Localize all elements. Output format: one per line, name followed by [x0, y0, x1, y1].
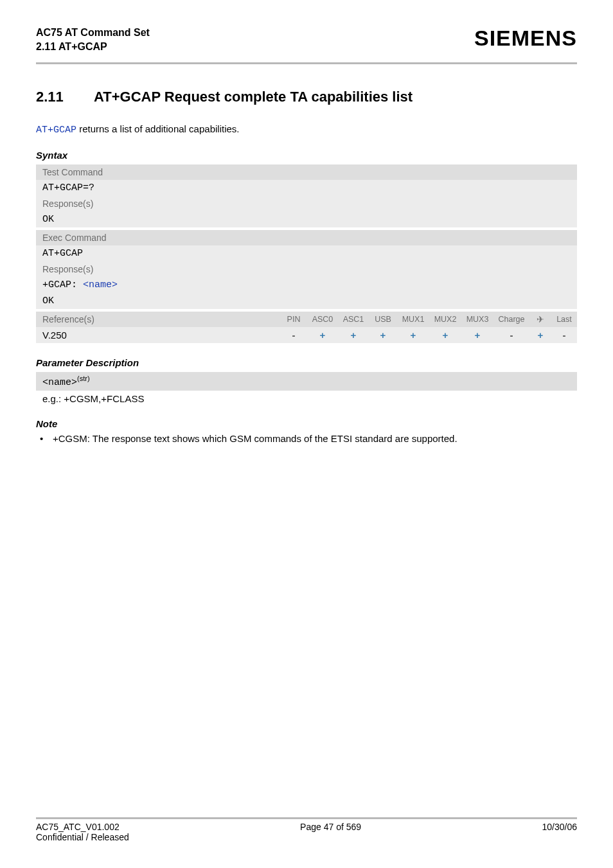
col-usb: USB	[369, 312, 397, 326]
exec-response-prefix: +GCAP:	[42, 279, 83, 290]
reference-value-row: V.250 - + + + + + + - + -	[36, 327, 577, 343]
val-last: -	[551, 327, 577, 343]
note-list: • +CGSM: The response text shows which G…	[36, 433, 577, 444]
val-mux1: +	[397, 327, 429, 343]
footer-left2: Confidential / Released	[36, 832, 129, 842]
header-divider	[36, 62, 577, 64]
val-mux3: +	[461, 327, 493, 343]
param-name: <name>	[42, 377, 77, 388]
exec-response-ok: OK	[36, 293, 577, 309]
exec-command-label: Exec Command	[36, 230, 577, 245]
syntax-heading: Syntax	[36, 150, 577, 161]
footer-divider	[36, 817, 577, 819]
note-text: +CGSM: The response text shows which GSM…	[53, 433, 458, 444]
val-usb: +	[369, 327, 397, 343]
exec-response-label: Response(s)	[36, 261, 577, 277]
note-item: • +CGSM: The response text shows which G…	[40, 433, 577, 444]
intro-text: returns a list of additional capabilitie…	[76, 123, 239, 134]
section-title: AT+GCAP Request complete TA capabilities…	[94, 89, 413, 105]
syntax-block: Test Command AT+GCAP=? Response(s) OK Ex…	[36, 164, 577, 343]
val-asc0: +	[307, 327, 338, 343]
col-mux3: MUX3	[461, 312, 493, 326]
section-number: 2.11	[36, 89, 94, 105]
param-desc: e.g.: +CGSM,+FCLASS	[36, 391, 577, 404]
param-block: <name>(str) e.g.: +CGSM,+FCLASS	[36, 372, 577, 404]
page-footer: AC75_ATC_V01.002 Page 47 of 569 10/30/06…	[36, 817, 577, 842]
val-charge: -	[493, 327, 529, 343]
param-type: (str)	[77, 375, 90, 382]
col-last: Last	[551, 312, 577, 326]
doc-title-line1: AC75 AT Command Set	[36, 26, 150, 40]
test-response: OK	[36, 211, 577, 227]
col-mux2: MUX2	[429, 312, 461, 326]
exec-response-line1: +GCAP: <name>	[36, 277, 577, 293]
param-desc-heading: Parameter Description	[36, 357, 577, 368]
col-pin: PIN	[280, 312, 307, 326]
footer-center: Page 47 of 569	[300, 822, 361, 832]
bullet-icon: •	[40, 433, 53, 444]
reference-header-row: Reference(s) PIN ASC0 ASC1 USB MUX1 MUX2…	[36, 312, 577, 327]
exec-response-param-link[interactable]: <name>	[83, 279, 118, 290]
val-air: +	[529, 327, 551, 343]
col-asc0: ASC0	[307, 312, 338, 326]
exec-command: AT+GCAP	[36, 245, 577, 261]
param-name-row: <name>(str)	[36, 372, 577, 391]
footer-left1: AC75_ATC_V01.002	[36, 822, 120, 832]
test-response-label: Response(s)	[36, 196, 577, 211]
test-command: AT+GCAP=?	[36, 180, 577, 196]
reference-label: Reference(s)	[36, 312, 280, 327]
col-mux1: MUX1	[397, 312, 429, 326]
col-asc1: ASC1	[338, 312, 369, 326]
test-command-label: Test Command	[36, 164, 577, 180]
airplane-icon: ✈	[529, 312, 551, 327]
section-heading: 2.11 AT+GCAP Request complete TA capabil…	[36, 89, 577, 105]
val-asc1: +	[338, 327, 369, 343]
col-charge: Charge	[493, 312, 529, 326]
footer-right: 10/30/06	[542, 822, 577, 832]
val-pin: -	[280, 327, 307, 343]
reference-value: V.250	[36, 327, 280, 343]
doc-title-line2: 2.11 AT+GCAP	[36, 40, 150, 54]
brand-logo: SIEMENS	[474, 26, 577, 51]
val-mux2: +	[429, 327, 461, 343]
note-heading: Note	[36, 418, 577, 429]
intro-paragraph: AT+GCAP returns a list of additional cap…	[36, 123, 577, 136]
atgcap-link[interactable]: AT+GCAP	[36, 125, 76, 136]
